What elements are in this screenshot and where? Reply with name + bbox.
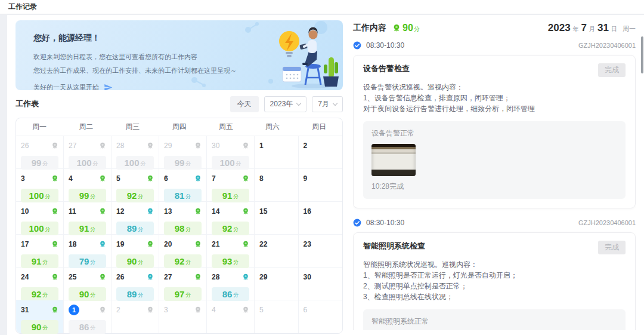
day-number: 31 [21,306,29,314]
calendar-day-cell[interactable]: 3 100分 [16,169,64,202]
day-number: 27 [164,273,172,281]
banner-line3: 美好的一天从这里开始 [33,83,99,90]
day-number: 6 [304,306,308,314]
calendar-day-cell[interactable]: 17 91分 [16,235,64,268]
task-time: 08:30-10:30 [366,41,404,50]
description-line: 1、设备告警信息检查，排查原因，闭环管理； [363,93,626,103]
calendar-day-cell[interactable]: 29 [255,268,299,300]
task-time-row: 08:30-10:30GZJH20230406001 [353,219,636,227]
year-select[interactable]: 2023年 [264,96,307,112]
task-result-box: 设备告警正常10:28完成 [363,121,626,199]
check-circle-icon [353,219,361,227]
welcome-banner: 您好，能源经理！ 欢迎来到您的日程表，您在这里可查看您所有的工作内容 您过去的工… [16,20,343,90]
score-badge: 89分 [116,287,154,301]
description-line: 2、测试照明单点控制是否正常； [363,281,626,291]
calendar-day-cell[interactable]: 30 [299,268,343,300]
calendar-day-cell[interactable]: 10 100分 [16,202,64,235]
score-value: 99 [175,158,185,168]
calendar-day-cell[interactable]: 9 [299,169,343,202]
score-value: 79 [79,256,89,266]
calendar-day-cell[interactable]: 22 [255,235,299,268]
calendar-day-cell[interactable]: 3 [159,300,207,333]
calendar-day-cell[interactable]: 6 81分 [159,169,207,202]
day-number: 19 [116,240,124,248]
day-number: 21 [212,240,219,248]
day-number: 16 [304,207,311,216]
day-number: 5 [259,306,264,314]
calendar-day-cell[interactable]: 1 86分 [64,300,112,333]
banner-line1: 欢迎来到您的日程表，您在这里可查看您所有的工作内容 [33,53,343,62]
calendar-day-cell[interactable]: 8 [255,169,299,202]
score-badge: 92分 [212,222,249,235]
calendar-day-cell[interactable]: 18 79分 [64,235,112,268]
status-badge: 完成 [598,241,626,254]
calendar-day-cell[interactable]: 14 92分 [207,202,255,235]
check-circle-icon [353,41,361,50]
calendar-day-cell[interactable]: 30 100分 [207,136,255,169]
calendar-body: 26 99分27 100分28 100分29 99分30 100分123 100… [16,136,342,333]
calendar-day-cell[interactable]: 28 86分 [207,268,255,300]
calendar-day-cell[interactable]: 5 [255,300,299,333]
day-number: 5 [116,174,120,183]
calendar-day-cell[interactable]: 12 89分 [112,202,159,235]
calendar-day-cell[interactable]: 26 89分 [112,268,159,300]
day-number: 20 [164,240,172,248]
calendar-day-cell[interactable]: 23 [299,235,343,268]
medal-icon [392,24,401,32]
day-number: 29 [259,273,267,281]
calendar-weekday-row: 周一周二周三周四周五周六周日 [16,118,342,136]
score-value: 92 [127,190,137,201]
calendar-day-cell[interactable]: 15 [255,202,299,235]
calendar-day-cell[interactable]: 7 91分 [207,169,255,202]
calendar-day-cell[interactable]: 1 [255,136,299,169]
calendar-day-cell[interactable]: 2 [112,300,159,333]
task-card[interactable]: 设备告警检查完成设备告警状况巡视。巡视内容：1、设备告警信息检查，排查原因，闭环… [353,55,636,208]
calendar-day-cell[interactable]: 13 98分 [159,202,207,235]
right-column: 工作内容 90 分 2023 年 7 月 31 日 周一 [345,15,644,335]
calendar-day-cell[interactable]: 19 90分 [112,235,159,268]
month-select[interactable]: 7月 [312,96,343,112]
work-calendar: 周一周二周三周四周五周六周日 26 99分27 100分28 100分29 99… [16,118,343,334]
calendar-day-cell[interactable]: 4 99分 [64,169,112,202]
calendar-day-cell[interactable]: 4 [207,300,255,333]
result-photo-thumbnail[interactable] [371,144,416,176]
score-value: 91 [32,256,42,266]
banner-line2: 您过去的工作成果、现在的工作安排、未来的工作计划都在这里呈现～ [33,66,343,75]
day-number: 18 [69,240,76,248]
score-value: 89 [127,223,137,233]
calendar-day-cell[interactable]: 16 [299,202,343,235]
calendar-day-cell[interactable]: 24 92分 [16,268,64,300]
calendar-day-cell[interactable]: 21 93分 [207,235,255,268]
day-number: 30 [304,273,311,281]
calendar-day-cell[interactable]: 20 92分 [159,235,207,268]
scrollbar-thumb[interactable] [641,36,643,73]
calendar-day-cell[interactable]: 26 99分 [16,136,64,169]
score-value: 86 [79,322,89,332]
score-suffix: 分 [138,226,143,233]
calendar-day-cell[interactable]: 29 99分 [159,136,207,169]
medal-icon [242,306,249,314]
calendar-day-cell[interactable]: 5 92分 [112,169,159,202]
calendar-day-cell[interactable]: 2 [299,136,343,169]
calendar-day-cell[interactable]: 27 97分 [159,268,207,300]
day-number: 7 [212,174,216,183]
weekday-label: 周二 [63,122,109,132]
description-line: 1、智能照明是否正常运行，灯光是否自动开启； [363,270,626,281]
calendar-day-cell[interactable]: 27 100分 [64,136,112,169]
paper-plane-icon [104,83,113,90]
calendar-day-cell[interactable]: 11 91分 [64,202,112,235]
task-card[interactable]: 智能照明系统检查完成智能照明系统状况巡视。巡视内容：1、智能照明是否正常运行，灯… [353,232,636,330]
today-button[interactable]: 今天 [230,96,259,112]
score-value: 91 [222,190,233,201]
calendar-day-cell[interactable]: 6 [299,300,343,333]
score-value: 90 [79,289,89,299]
chevron-down-icon [333,100,338,105]
calendar-day-cell[interactable]: 25 90分 [64,268,112,300]
result-label: 设备告警正常 [371,128,617,139]
score-badge: 100分 [116,156,154,170]
calendar-day-cell[interactable]: 31 90分 [16,300,64,333]
score-value: 90 [32,322,42,332]
day-number: 4 [212,306,216,314]
calendar-day-cell[interactable]: 28 100分 [112,136,159,169]
weekday-label: 周四 [156,122,202,132]
